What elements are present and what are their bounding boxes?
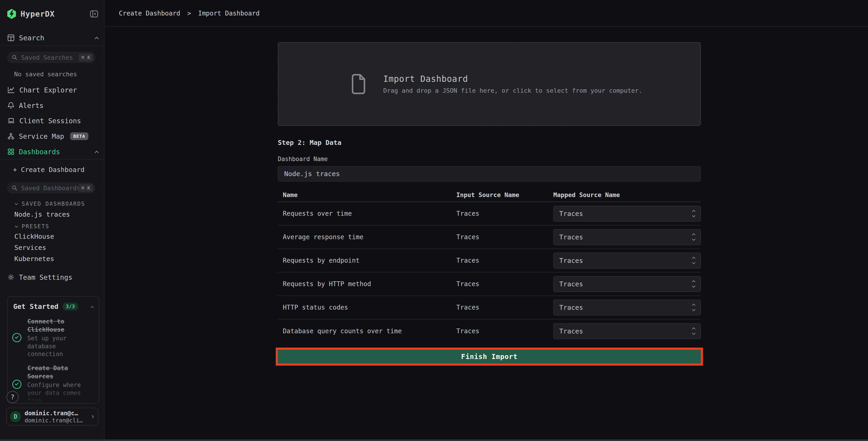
select-value: Traces [559, 210, 583, 217]
sidebar-collapse-icon[interactable] [90, 10, 98, 18]
mapped-source-select[interactable]: Traces [553, 276, 701, 292]
search-section-icon [7, 34, 14, 41]
row-name: Average response time [278, 233, 451, 241]
row-name: Database query counts over time [278, 327, 451, 335]
check-circle-icon [12, 333, 22, 342]
get-started-task[interactable]: Connect to ClickHouse Set up your databa… [8, 313, 99, 360]
mapped-source-select[interactable]: Traces [553, 229, 701, 245]
task-description: Set up your database connection [27, 334, 92, 358]
sidebar-item-alerts[interactable]: Alerts [7, 99, 98, 111]
table-row: Requests over time Traces Traces [278, 202, 701, 226]
get-started-progress-badge: 3/3 [63, 302, 78, 311]
select-value: Traces [559, 304, 583, 312]
hyperdx-logo-icon [7, 9, 17, 19]
saved-dashboard-item[interactable]: Node.js traces [14, 210, 70, 219]
gear-icon [7, 274, 14, 281]
group-label-text: PRESETS [22, 223, 50, 230]
breadcrumb-create-dashboard[interactable]: Create Dashboard [119, 9, 180, 17]
group-saved-dashboards[interactable]: SAVED DASHBOARDS [15, 200, 85, 208]
saved-searches-placeholder: Saved Searches [21, 54, 79, 61]
chevron-down-icon [15, 202, 18, 205]
preset-item-services[interactable]: Services [14, 243, 46, 253]
main-area: Import Dashboard Drag and drop a JSON fi… [104, 27, 868, 441]
finish-import-button[interactable]: Finish Import [278, 350, 701, 363]
sidebar-item-team-settings[interactable]: Team Settings [7, 271, 72, 283]
select-value: Traces [559, 233, 583, 241]
step-title: Step 2: Map Data [278, 139, 701, 146]
sidebar-item-client-sessions[interactable]: Client Sessions [7, 115, 98, 127]
select-caret-icon [692, 281, 695, 287]
mapping-table: Name Input Source Name Mapped Source Nam… [278, 188, 701, 343]
select-caret-icon [692, 304, 695, 311]
saved-dashboards-placeholder: Saved Dashboards [21, 184, 79, 192]
table-row: Average response time Traces Traces [278, 226, 701, 249]
select-caret-icon [692, 257, 695, 264]
mapped-source-select[interactable]: Traces [553, 253, 701, 269]
create-dashboard-button[interactable]: + Create Dashboard [13, 165, 85, 175]
keyboard-shortcut-badge: ⌘ K [79, 184, 93, 192]
chevron-right-icon [91, 415, 94, 418]
sidebar-item-label: Service Map [19, 133, 64, 140]
import-dropzone[interactable]: Import Dashboard Drag and drop a JSON fi… [278, 42, 701, 126]
saved-searches-input[interactable]: Saved Searches ⌘ K [7, 52, 95, 63]
sidebar-item-label: Team Settings [19, 273, 72, 281]
select-caret-icon [692, 328, 695, 334]
annotation-highlight-box: Finish Import [276, 348, 703, 365]
help-button[interactable]: ? [6, 391, 19, 403]
row-input-source: Traces [451, 327, 549, 335]
search-section-label: Search [19, 34, 44, 42]
dashboard-name-input[interactable]: Node.js traces [278, 166, 701, 181]
bell-icon [7, 102, 14, 109]
task-title: Create Data Sources [27, 364, 92, 380]
chart-explorer-icon [7, 87, 15, 93]
avatar: D [10, 411, 21, 422]
select-value: Traces [559, 327, 583, 335]
mapped-source-select[interactable]: Traces [553, 323, 701, 339]
sidebar-item-dashboards[interactable]: Dashboards [7, 146, 98, 158]
search-icon [11, 54, 18, 60]
sidebar-divider [0, 46, 104, 46]
table-row: Database query counts over time Traces T… [278, 319, 701, 343]
chevron-up-icon [94, 37, 99, 41]
user-name: dominic.tran@c… [25, 410, 91, 417]
table-row: Requests by endpoint Traces Traces [278, 249, 701, 272]
sidebar-item-label: Client Sessions [19, 117, 81, 125]
table-row: HTTP status codes Traces Traces [278, 296, 701, 319]
mapped-source-select[interactable]: Traces [553, 299, 701, 316]
dropzone-subtitle: Drag and drop a JSON file here, or click… [383, 87, 642, 94]
get-started-task[interactable]: Create Data Sources Configure where your… [8, 360, 99, 404]
group-presets[interactable]: PRESETS [15, 222, 50, 231]
task-description: Configure where your data comes from [27, 381, 92, 404]
row-name: HTTP status codes [278, 304, 451, 311]
row-input-source: Traces [451, 233, 549, 241]
sidebar-section-search[interactable]: Search [7, 31, 98, 44]
preset-item-kubernetes[interactable]: Kubernetes [14, 254, 54, 264]
group-label-text: SAVED DASHBOARDS [22, 201, 85, 207]
chevron-up-icon [91, 306, 94, 309]
select-value: Traces [559, 257, 583, 264]
column-header-input-source: Input Source Name [451, 192, 549, 198]
row-name: Requests over time [278, 210, 451, 217]
chevron-up-icon [94, 151, 99, 155]
saved-dashboards-input[interactable]: Saved Dashboards ⌘ K [7, 182, 95, 194]
breadcrumb: Create Dashboard > Import Dashboard [119, 9, 259, 17]
beta-badge: BETA [70, 133, 88, 140]
sidebar-item-label: Dashboards [19, 148, 60, 156]
sidebar: HyperDX Search Saved Searches ⌘ K No sav… [0, 0, 104, 441]
sidebar-item-label: Alerts [19, 101, 43, 110]
user-menu[interactable]: D dominic.tran@c… dominic.tran@cli… [6, 408, 98, 425]
sidebar-divider [0, 159, 104, 160]
sidebar-item-service-map[interactable]: Service Map BETA [7, 130, 98, 142]
laptop-icon [7, 118, 15, 124]
row-input-source: Traces [451, 210, 549, 217]
select-value: Traces [559, 280, 583, 288]
sidebar-item-chart-explorer[interactable]: Chart Explorer [7, 84, 98, 96]
breadcrumb-import-dashboard[interactable]: Import Dashboard [198, 9, 259, 17]
preset-item-clickhouse[interactable]: ClickHouse [14, 232, 54, 241]
bottom-edge-strip [0, 439, 868, 441]
no-saved-searches-text: No saved searches [14, 70, 77, 78]
row-name: Requests by endpoint [278, 257, 451, 264]
row-input-source: Traces [451, 280, 549, 288]
mapped-source-select[interactable]: Traces [553, 206, 701, 222]
get-started-header[interactable]: Get Started 3/3 [8, 297, 99, 313]
